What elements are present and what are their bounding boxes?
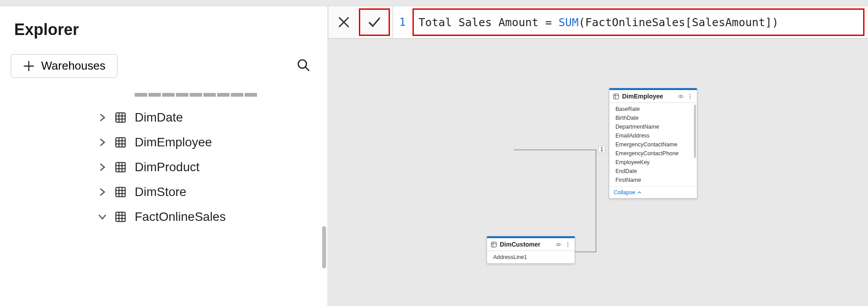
tree-item-dimproduct[interactable]: DimProduct bbox=[11, 155, 317, 180]
object-tree: ▬▬▬▬▬▬▬▬▬ DimDate DimEmployee DimProduct bbox=[11, 86, 317, 229]
sidebar-scrollbar[interactable] bbox=[322, 226, 326, 268]
svg-rect-6 bbox=[614, 94, 619, 98]
svg-point-7 bbox=[680, 95, 682, 97]
tree-item-factonlinesales[interactable]: FactOnlineSales bbox=[11, 204, 317, 229]
plus-icon bbox=[23, 60, 35, 72]
table-icon bbox=[114, 136, 127, 149]
chevron-up-icon bbox=[637, 190, 642, 195]
model-canvas[interactable]: 1 DimEmployee BaseRate BirthDate Departm… bbox=[328, 39, 868, 306]
chevron-down-icon bbox=[98, 213, 106, 221]
card-scrollbar[interactable] bbox=[694, 105, 696, 158]
chevron-right-icon bbox=[98, 188, 106, 196]
table-icon bbox=[114, 161, 127, 173]
model-canvas-area: 1 Total Sales Amount = SUM(FactOnlineSal… bbox=[328, 6, 868, 306]
table-icon bbox=[114, 111, 127, 124]
tree-item-cutoff[interactable]: ▬▬▬▬▬▬▬▬▬ bbox=[11, 86, 317, 105]
search-icon bbox=[296, 58, 311, 72]
table-field[interactable]: EmergencyContactPhone bbox=[609, 149, 697, 158]
warehouses-label: Warehouses bbox=[41, 59, 105, 73]
visibility-icon[interactable] bbox=[555, 241, 562, 248]
formula-input[interactable]: Total Sales Amount = SUM(FactOnlineSales… bbox=[413, 8, 864, 36]
svg-point-12 bbox=[558, 243, 560, 245]
table-card-dimcustomer[interactable]: DimCustomer AddressLine1 bbox=[487, 236, 575, 264]
tree-item-dimemployee[interactable]: DimEmployee bbox=[11, 130, 317, 155]
table-icon bbox=[490, 241, 497, 248]
table-card-title: DimCustomer bbox=[500, 241, 553, 248]
add-warehouse-button[interactable]: Warehouses bbox=[11, 54, 117, 78]
formula-line-number: 1 bbox=[393, 6, 412, 38]
svg-rect-1 bbox=[116, 113, 125, 122]
tree-item-label: DimDate bbox=[135, 110, 183, 125]
svg-point-15 bbox=[567, 246, 568, 247]
formula-confirm-button[interactable] bbox=[359, 8, 390, 36]
table-field[interactable]: BirthDate bbox=[609, 114, 697, 122]
table-icon bbox=[613, 93, 619, 100]
svg-point-10 bbox=[689, 98, 690, 98]
relationship-line bbox=[328, 39, 868, 306]
collapse-button[interactable]: Collapse bbox=[609, 186, 697, 198]
tree-item-dimstore[interactable]: DimStore bbox=[11, 180, 317, 204]
dax-args: (FactOnlineSales[SalesAmount]) bbox=[579, 16, 779, 29]
svg-rect-5 bbox=[116, 212, 125, 222]
relationship-cardinality: 1 bbox=[598, 146, 605, 153]
svg-rect-4 bbox=[116, 188, 125, 197]
table-card-title: DimEmployee bbox=[622, 93, 675, 100]
table-icon bbox=[114, 211, 127, 223]
svg-rect-2 bbox=[116, 138, 125, 147]
more-icon[interactable] bbox=[564, 241, 571, 248]
checkmark-icon bbox=[368, 16, 381, 29]
table-field[interactable]: DepartmentName bbox=[609, 122, 697, 131]
svg-point-8 bbox=[689, 94, 690, 95]
explorer-sidebar: Explorer Warehouses ▬▬▬▬▬▬▬▬▬ DimDate bbox=[0, 6, 328, 306]
svg-rect-11 bbox=[491, 242, 496, 247]
table-field[interactable]: EmailAddress bbox=[609, 131, 697, 140]
table-field[interactable]: BaseRate bbox=[609, 105, 697, 114]
table-card-dimemployee[interactable]: DimEmployee BaseRate BirthDate Departmen… bbox=[609, 88, 697, 199]
visibility-icon[interactable] bbox=[677, 93, 684, 100]
tree-item-dimdate[interactable]: DimDate bbox=[11, 105, 317, 130]
tree-item-label: DimStore bbox=[135, 185, 187, 199]
chevron-right-icon bbox=[98, 138, 106, 146]
search-button[interactable] bbox=[290, 55, 317, 77]
dax-function: SUM bbox=[559, 16, 579, 29]
svg-point-13 bbox=[567, 242, 568, 243]
tree-item-label: FactOnlineSales bbox=[135, 210, 226, 224]
table-field[interactable]: EndDate bbox=[609, 167, 697, 176]
tree-item-label: DimProduct bbox=[135, 160, 199, 174]
table-field[interactable]: FirstName bbox=[609, 176, 697, 184]
formula-bar: 1 Total Sales Amount = SUM(FactOnlineSal… bbox=[328, 6, 868, 39]
chevron-right-icon bbox=[98, 114, 106, 122]
tree-item-label: DimEmployee bbox=[135, 135, 212, 149]
chevron-right-icon bbox=[98, 163, 106, 171]
table-icon bbox=[114, 186, 127, 198]
explorer-title: Explorer bbox=[14, 20, 313, 39]
table-field[interactable]: EmergencyContactName bbox=[609, 140, 697, 149]
svg-rect-3 bbox=[116, 163, 125, 172]
close-icon bbox=[337, 16, 350, 29]
svg-point-9 bbox=[689, 96, 690, 97]
dax-prefix: Total Sales Amount = bbox=[418, 16, 558, 29]
table-field[interactable]: AddressLine1 bbox=[487, 253, 575, 262]
formula-cancel-button[interactable] bbox=[328, 6, 359, 38]
table-field[interactable]: EmployeeKey bbox=[609, 158, 697, 167]
svg-point-14 bbox=[567, 244, 568, 245]
more-icon[interactable] bbox=[687, 93, 693, 100]
